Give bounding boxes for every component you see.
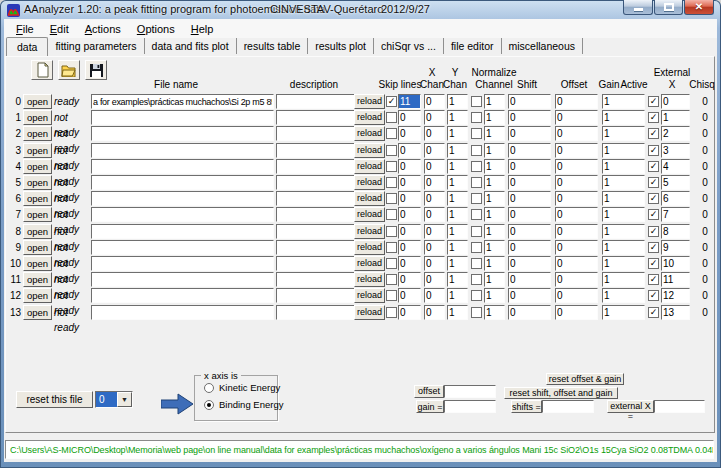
shift-input[interactable] [508, 94, 551, 109]
skip-lines-input[interactable] [398, 126, 421, 141]
reload-button[interactable]: reload [354, 240, 385, 255]
shift-input[interactable] [508, 224, 551, 239]
kinetic-energy-option[interactable]: Kinetic Energy [204, 382, 280, 393]
gain-row-input[interactable] [602, 256, 645, 271]
skip-lines-input[interactable] [398, 94, 421, 109]
y-chan-input[interactable] [447, 256, 468, 271]
x-chan-input[interactable] [424, 288, 445, 303]
combo-dropdown-button[interactable]: ▼ [117, 392, 132, 407]
file-name-input[interactable] [91, 143, 274, 158]
shifts-input[interactable] [542, 400, 594, 413]
skip-lines-checkbox[interactable] [386, 274, 397, 285]
open-button[interactable]: open [23, 272, 52, 287]
offset-row-input[interactable] [555, 110, 598, 125]
external-x-label-button[interactable]: external X = [607, 400, 654, 413]
menu-item-options[interactable]: Options [129, 21, 183, 37]
gain-label-button[interactable]: gain = [416, 400, 444, 413]
skip-lines-input[interactable] [398, 305, 421, 320]
normalize-channel-input[interactable] [484, 126, 505, 141]
skip-lines-input[interactable] [398, 256, 421, 271]
external-x-input[interactable] [661, 143, 690, 158]
open-button[interactable]: open [23, 175, 52, 190]
description-input[interactable] [276, 94, 358, 109]
external-x-input[interactable] [661, 224, 690, 239]
skip-lines-checkbox[interactable] [386, 161, 397, 172]
normalize-channel-input[interactable] [484, 224, 505, 239]
close-button[interactable]: ✕ [684, 0, 714, 15]
offset-row-input[interactable] [555, 207, 598, 222]
reload-button[interactable]: reload [354, 224, 385, 239]
y-chan-input[interactable] [447, 94, 468, 109]
open-button[interactable]: open [23, 224, 52, 239]
x-chan-input[interactable] [424, 305, 445, 320]
offset-row-input[interactable] [555, 288, 598, 303]
open-button[interactable]: open [23, 240, 52, 255]
normalize-checkbox[interactable] [471, 96, 482, 107]
skip-lines-input[interactable] [398, 143, 421, 158]
y-chan-input[interactable] [447, 159, 468, 174]
file-name-input[interactable] [91, 272, 274, 287]
y-chan-input[interactable] [447, 143, 468, 158]
menu-item-edit[interactable]: Edit [42, 21, 77, 37]
active-checkbox[interactable]: ✓ [648, 226, 659, 237]
active-checkbox[interactable]: ✓ [648, 177, 659, 188]
gain-row-input[interactable] [602, 126, 645, 141]
y-chan-input[interactable] [447, 240, 468, 255]
offset-label-button[interactable]: offset = [414, 385, 444, 398]
tab-results-plot[interactable]: results plot [308, 38, 374, 54]
normalize-channel-input[interactable] [484, 288, 505, 303]
external-x-input[interactable] [661, 126, 690, 141]
open-button[interactable]: open [23, 143, 52, 158]
x-chan-input[interactable] [424, 143, 445, 158]
offset-row-input[interactable] [555, 240, 598, 255]
open-button[interactable]: open [23, 159, 52, 174]
normalize-checkbox[interactable] [471, 307, 482, 318]
offset-row-input[interactable] [555, 94, 598, 109]
gain-row-input[interactable] [602, 207, 645, 222]
normalize-channel-input[interactable] [484, 175, 505, 190]
x-chan-input[interactable] [424, 207, 445, 222]
y-chan-input[interactable] [447, 126, 468, 141]
title-bar[interactable]: AAnalyzer 1.20: a peak fitting program f… [0, 0, 721, 19]
file-name-input[interactable] [91, 175, 274, 190]
shift-input[interactable] [508, 175, 551, 190]
external-x-input[interactable] [661, 272, 690, 287]
tab-miscellaneous[interactable]: miscellaneous [502, 38, 584, 54]
normalize-checkbox[interactable] [471, 128, 482, 139]
skip-lines-input[interactable] [398, 224, 421, 239]
radio-binding-energy[interactable] [204, 400, 214, 410]
file-name-input[interactable] [91, 126, 274, 141]
shift-input[interactable] [508, 143, 551, 158]
normalize-channel-input[interactable] [484, 207, 505, 222]
normalize-channel-input[interactable] [484, 305, 505, 320]
skip-lines-checkbox[interactable] [386, 226, 397, 237]
open-button[interactable]: open [23, 94, 52, 109]
shift-input[interactable] [508, 207, 551, 222]
radio-kinetic-energy[interactable] [204, 383, 214, 393]
tab-results-table[interactable]: results table [237, 38, 309, 54]
menu-item-actions[interactable]: Actions [77, 21, 129, 37]
skip-lines-checkbox[interactable] [386, 145, 397, 156]
reload-button[interactable]: reload [354, 305, 385, 320]
offset-row-input[interactable] [555, 143, 598, 158]
offset-row-input[interactable] [555, 175, 598, 190]
offset-row-input[interactable] [555, 159, 598, 174]
binding-energy-option[interactable]: Binding Energy [204, 399, 283, 410]
external-x-input[interactable] [661, 191, 690, 206]
reset-offset-gain-button[interactable]: reset offset & gain [546, 373, 624, 385]
skip-lines-checkbox[interactable] [386, 307, 397, 318]
minimize-button[interactable] [623, 0, 653, 15]
shift-input[interactable] [508, 126, 551, 141]
offset-row-input[interactable] [555, 191, 598, 206]
file-name-input[interactable] [91, 305, 274, 320]
reload-button[interactable]: reload [354, 207, 385, 222]
maximize-button[interactable] [654, 0, 683, 15]
offset-row-input[interactable] [555, 272, 598, 287]
skip-lines-checkbox[interactable] [386, 193, 397, 204]
file-name-input[interactable] [91, 159, 274, 174]
active-checkbox[interactable]: ✓ [648, 145, 659, 156]
y-chan-input[interactable] [447, 191, 468, 206]
x-chan-input[interactable] [424, 191, 445, 206]
external-x-input[interactable] [661, 207, 690, 222]
skip-lines-checkbox[interactable] [386, 177, 397, 188]
